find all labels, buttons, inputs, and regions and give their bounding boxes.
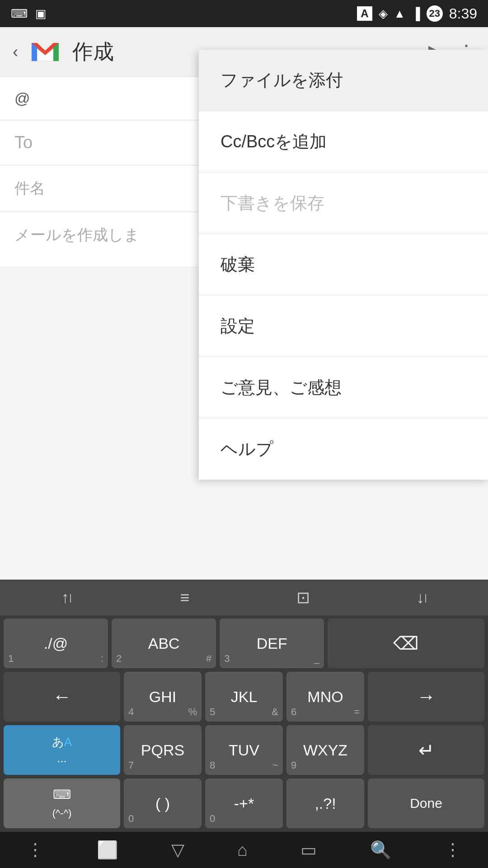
- key-8-main: TUV: [229, 741, 259, 759]
- key-0[interactable]: ( ) 0: [124, 778, 202, 828]
- keyboard-box-icon[interactable]: ⊡: [285, 584, 321, 611]
- from-value: @: [14, 90, 30, 107]
- key-left-arrow[interactable]: ←: [4, 672, 120, 722]
- key-2-sub: 2: [116, 653, 122, 665]
- key-1[interactable]: ./@ 1 :: [4, 618, 108, 668]
- key-5-sub-right: &: [272, 706, 278, 718]
- key-5-sub: 5: [210, 706, 215, 718]
- key-6-main: MNO: [307, 688, 343, 706]
- key-done-main: Done: [410, 796, 442, 811]
- sim-status-icon: ◈: [379, 7, 388, 21]
- key-6[interactable]: MNO 6 =: [286, 672, 364, 722]
- nav-menu-button[interactable]: ⋮: [27, 840, 44, 860]
- nav-search-button[interactable]: 🔍: [370, 840, 391, 860]
- key-symbols[interactable]: -+* 0: [205, 778, 283, 828]
- to-label: To: [14, 133, 33, 152]
- key-punctuation[interactable]: ,.?!: [286, 778, 364, 828]
- keyboard-cursor-up-icon[interactable]: ↑|: [48, 584, 84, 611]
- status-icons-left: ⌨ ▣: [11, 7, 47, 21]
- nav-bar: ⋮ ⬜ ▽ ⌂ ▭ 🔍 ⋮: [0, 832, 488, 868]
- key-8[interactable]: TUV 8 ~: [205, 725, 283, 775]
- back-button[interactable]: ‹: [13, 42, 18, 61]
- key-5-main: JKL: [231, 688, 258, 706]
- keyboard-row-1: ./@ 1 : ABC 2 # DEF 3 _ ⌫: [4, 618, 484, 668]
- key-7-sub: 7: [128, 760, 134, 771]
- key-enter-main: ↵: [418, 739, 434, 761]
- keyboard-area: ↑| ≡ ⊡ ↓| ./@ 1 : ABC 2 # DEF 3 _ ⌫: [0, 580, 488, 832]
- key-keyboard-switch[interactable]: ⌨(^-^): [4, 778, 120, 828]
- status-bar: ⌨ ▣ A ◈ ▲ ▐ 23 8:39: [0, 0, 488, 27]
- key-9[interactable]: WXYZ 9: [286, 725, 364, 775]
- menu-item-save-draft[interactable]: 下書きを保存: [199, 173, 488, 234]
- keyboard-rows: ./@ 1 : ABC 2 # DEF 3 _ ⌫ ←: [0, 616, 488, 832]
- key-6-sub-right: =: [354, 706, 360, 718]
- key-symbols-main: -+*: [234, 795, 254, 812]
- keyboard-row-4: ⌨(^-^) ( ) 0 -+* 0 ,.?! Done: [4, 778, 484, 828]
- status-icons-right: A ◈ ▲ ▐ 23 8:39: [357, 5, 477, 22]
- key-7-main: PQRS: [141, 741, 184, 759]
- key-4-main: GHI: [149, 688, 176, 706]
- key-backspace[interactable]: ⌫: [328, 618, 484, 668]
- key-left-arrow-main: ←: [52, 686, 71, 708]
- key-3[interactable]: DEF 3 _: [220, 618, 324, 668]
- nav-recent-button[interactable]: ▭: [300, 840, 317, 860]
- key-3-main: DEF: [257, 635, 287, 652]
- key-1-main: ./@: [44, 635, 68, 652]
- gmail-logo: [29, 36, 61, 68]
- nav-back-button[interactable]: ⬜: [97, 840, 118, 860]
- body-placeholder: メールを作成しま: [14, 225, 140, 245]
- keyboard-row-3: あA... PQRS 7 TUV 8 ~ WXYZ 9 ↵: [4, 725, 484, 775]
- key-4[interactable]: GHI 4 %: [124, 672, 202, 722]
- key-1-sub: 1: [8, 653, 14, 665]
- key-lang[interactable]: あA...: [4, 725, 120, 775]
- keyboard-toolbar: ↑| ≡ ⊡ ↓|: [0, 580, 488, 616]
- key-0-main: ( ): [155, 795, 170, 812]
- font-status-icon: A: [357, 6, 372, 21]
- key-symbols-sub: 0: [210, 813, 215, 825]
- menu-item-feedback[interactable]: ご意見、ご感想: [199, 357, 488, 419]
- keyboard-lines-icon[interactable]: ≡: [167, 584, 203, 611]
- notification-badge: 23: [427, 5, 443, 22]
- key-2-sub-right: #: [206, 653, 211, 665]
- key-backspace-main: ⌫: [393, 633, 419, 654]
- key-2-main: ABC: [148, 635, 180, 652]
- key-0-sub: 0: [128, 813, 134, 825]
- key-7[interactable]: PQRS 7: [124, 725, 202, 775]
- signal-status-icon: ▐: [412, 7, 420, 21]
- menu-item-settings[interactable]: 設定: [199, 296, 488, 357]
- key-right-arrow[interactable]: →: [368, 672, 484, 722]
- image-status-icon: ▣: [35, 7, 47, 21]
- key-8-sub: 8: [210, 760, 215, 771]
- key-lang-main: あA...: [52, 734, 72, 767]
- menu-item-help[interactable]: ヘルプ: [199, 419, 488, 480]
- key-5[interactable]: JKL 5 &: [205, 672, 283, 722]
- key-1-sub-right: :: [101, 653, 103, 665]
- subject-placeholder: 件名: [14, 178, 45, 199]
- nav-down-button[interactable]: ▽: [171, 840, 184, 860]
- nav-menu2-button[interactable]: ⋮: [444, 840, 461, 860]
- nav-home-button[interactable]: ⌂: [237, 840, 248, 860]
- key-keyboard-switch-main: ⌨(^-^): [52, 786, 72, 821]
- key-right-arrow-main: →: [417, 686, 436, 708]
- keyboard-cursor-down-icon[interactable]: ↓|: [404, 584, 440, 611]
- menu-item-add-cc-bcc[interactable]: Cc/Bccを追加: [199, 111, 488, 173]
- keyboard-status-icon: ⌨: [11, 7, 28, 21]
- key-done[interactable]: Done: [368, 778, 484, 828]
- menu-item-discard[interactable]: 破棄: [199, 234, 488, 296]
- menu-item-attach-file[interactable]: ファイルを添付: [199, 50, 488, 111]
- key-enter[interactable]: ↵: [368, 725, 484, 775]
- dropdown-menu: ファイルを添付 Cc/Bccを追加 下書きを保存 破棄 設定 ご意見、ご感想 ヘ…: [199, 50, 488, 480]
- key-3-sub: 3: [224, 653, 230, 665]
- key-3-sub-right: _: [314, 653, 319, 665]
- key-6-sub: 6: [291, 706, 296, 718]
- key-9-main: WXYZ: [303, 741, 347, 759]
- key-punctuation-main: ,.?!: [314, 795, 336, 812]
- key-4-sub: 4: [128, 706, 134, 718]
- wifi-status-icon: ▲: [394, 7, 406, 21]
- key-9-sub: 9: [291, 760, 296, 771]
- key-8-sub-right: ~: [272, 760, 278, 771]
- key-4-sub-right: %: [188, 706, 197, 718]
- key-2[interactable]: ABC 2 #: [112, 618, 216, 668]
- keyboard-row-2: ← GHI 4 % JKL 5 & MNO 6 = →: [4, 672, 484, 722]
- status-time: 8:39: [449, 5, 477, 22]
